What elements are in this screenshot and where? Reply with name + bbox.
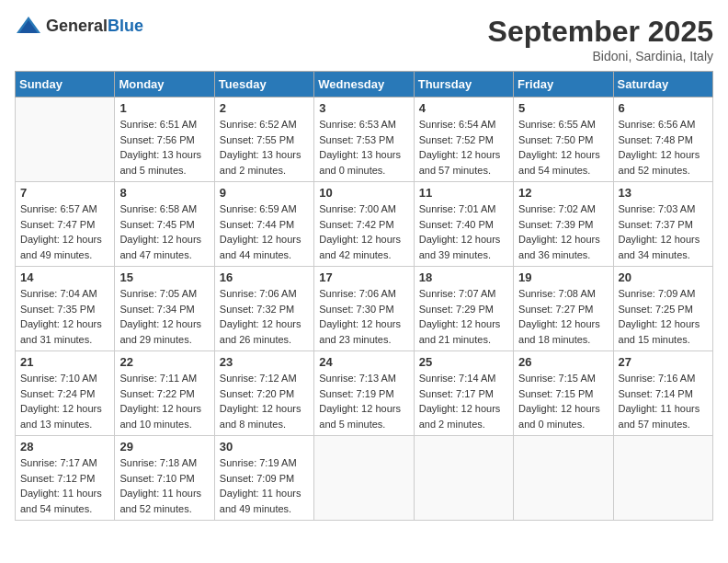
day-cell: 18Sunrise: 7:07 AMSunset: 7:29 PMDayligh…	[414, 267, 513, 351]
header-cell-monday: Monday	[115, 72, 214, 98]
day-info: Sunrise: 6:57 AMSunset: 7:47 PMDaylight:…	[20, 201, 109, 262]
day-info: Sunrise: 7:06 AMSunset: 7:32 PMDaylight:…	[220, 286, 309, 347]
day-info: Sunrise: 7:10 AMSunset: 7:24 PMDaylight:…	[20, 371, 109, 431]
week-row-5: 28Sunrise: 7:17 AMSunset: 7:12 PMDayligh…	[16, 436, 713, 521]
week-row-4: 21Sunrise: 7:10 AMSunset: 7:24 PMDayligh…	[16, 351, 713, 436]
header-cell-friday: Friday	[514, 72, 613, 98]
day-info: Sunrise: 6:56 AMSunset: 7:48 PMDaylight:…	[619, 117, 708, 178]
day-cell: 15Sunrise: 7:05 AMSunset: 7:34 PMDayligh…	[115, 267, 214, 351]
day-cell	[16, 98, 115, 182]
day-number: 7	[20, 186, 109, 200]
title-block: September 2025 Bidoni, Sardinia, Italy	[488, 15, 713, 63]
day-info: Sunrise: 7:16 AMSunset: 7:14 PMDaylight:…	[619, 371, 708, 431]
day-cell: 20Sunrise: 7:09 AMSunset: 7:25 PMDayligh…	[613, 267, 712, 351]
day-cell: 8Sunrise: 6:58 AMSunset: 7:45 PMDaylight…	[115, 182, 214, 267]
day-cell: 14Sunrise: 7:04 AMSunset: 7:35 PMDayligh…	[16, 267, 115, 351]
day-cell: 7Sunrise: 6:57 AMSunset: 7:47 PMDaylight…	[16, 182, 115, 267]
header-cell-tuesday: Tuesday	[214, 72, 313, 98]
day-number: 5	[518, 101, 608, 115]
day-info: Sunrise: 6:52 AMSunset: 7:55 PMDaylight:…	[220, 117, 309, 178]
day-info: Sunrise: 7:18 AMSunset: 7:10 PMDaylight:…	[119, 455, 209, 516]
day-info: Sunrise: 7:17 AMSunset: 7:12 PMDaylight:…	[20, 455, 109, 516]
day-number: 13	[619, 186, 708, 200]
day-number: 30	[220, 440, 309, 454]
header-row: SundayMondayTuesdayWednesdayThursdayFrid…	[16, 72, 713, 98]
day-cell: 22Sunrise: 7:11 AMSunset: 7:22 PMDayligh…	[115, 351, 214, 436]
day-cell: 21Sunrise: 7:10 AMSunset: 7:24 PMDayligh…	[16, 351, 115, 436]
logo-general: General	[46, 17, 108, 35]
week-row-2: 7Sunrise: 6:57 AMSunset: 7:47 PMDaylight…	[16, 182, 713, 267]
day-number: 24	[319, 355, 408, 369]
day-cell: 13Sunrise: 7:03 AMSunset: 7:37 PMDayligh…	[613, 182, 712, 267]
day-info: Sunrise: 7:08 AMSunset: 7:27 PMDaylight:…	[518, 286, 608, 347]
week-row-3: 14Sunrise: 7:04 AMSunset: 7:35 PMDayligh…	[16, 267, 713, 351]
day-cell: 3Sunrise: 6:53 AMSunset: 7:53 PMDaylight…	[314, 98, 414, 182]
day-number: 14	[20, 270, 109, 284]
day-number: 4	[419, 101, 508, 115]
day-number: 9	[220, 186, 309, 200]
day-cell: 9Sunrise: 6:59 AMSunset: 7:44 PMDaylight…	[214, 182, 313, 267]
day-number: 21	[20, 355, 109, 369]
day-info: Sunrise: 7:14 AMSunset: 7:17 PMDaylight:…	[419, 371, 508, 431]
day-number: 19	[518, 270, 608, 284]
day-cell	[613, 436, 712, 521]
location: Bidoni, Sardinia, Italy	[488, 49, 713, 63]
day-number: 23	[220, 355, 309, 369]
week-row-1: 1Sunrise: 6:51 AMSunset: 7:56 PMDaylight…	[16, 98, 713, 182]
day-number: 15	[119, 270, 209, 284]
day-cell: 27Sunrise: 7:16 AMSunset: 7:14 PMDayligh…	[613, 351, 712, 436]
day-number: 27	[619, 355, 708, 369]
day-number: 16	[220, 270, 309, 284]
day-cell	[414, 436, 513, 521]
day-number: 8	[119, 186, 209, 200]
day-number: 22	[119, 355, 209, 369]
day-info: Sunrise: 6:55 AMSunset: 7:50 PMDaylight:…	[518, 117, 608, 178]
day-info: Sunrise: 7:06 AMSunset: 7:30 PMDaylight:…	[319, 286, 408, 347]
day-info: Sunrise: 7:03 AMSunset: 7:37 PMDaylight:…	[619, 201, 708, 262]
header-cell-saturday: Saturday	[613, 72, 712, 98]
day-number: 11	[419, 186, 508, 200]
day-number: 17	[319, 270, 408, 284]
day-cell: 29Sunrise: 7:18 AMSunset: 7:10 PMDayligh…	[115, 436, 214, 521]
day-info: Sunrise: 7:15 AMSunset: 7:15 PMDaylight:…	[518, 371, 608, 431]
day-cell: 12Sunrise: 7:02 AMSunset: 7:39 PMDayligh…	[514, 182, 613, 267]
day-number: 3	[319, 101, 408, 115]
day-info: Sunrise: 7:09 AMSunset: 7:25 PMDaylight:…	[619, 286, 708, 347]
header-cell-wednesday: Wednesday	[314, 72, 414, 98]
day-cell: 25Sunrise: 7:14 AMSunset: 7:17 PMDayligh…	[414, 351, 513, 436]
day-info: Sunrise: 7:07 AMSunset: 7:29 PMDaylight:…	[419, 286, 508, 347]
header-cell-sunday: Sunday	[16, 72, 115, 98]
logo-text: GeneralBlue	[46, 17, 143, 36]
day-cell: 2Sunrise: 6:52 AMSunset: 7:55 PMDaylight…	[214, 98, 313, 182]
month-title: September 2025	[488, 15, 713, 49]
day-info: Sunrise: 7:05 AMSunset: 7:34 PMDaylight:…	[119, 286, 209, 347]
day-cell: 19Sunrise: 7:08 AMSunset: 7:27 PMDayligh…	[514, 267, 613, 351]
day-info: Sunrise: 7:12 AMSunset: 7:20 PMDaylight:…	[220, 371, 309, 431]
day-number: 25	[419, 355, 508, 369]
day-number: 1	[119, 101, 209, 115]
day-cell: 10Sunrise: 7:00 AMSunset: 7:42 PMDayligh…	[314, 182, 414, 267]
header-cell-thursday: Thursday	[414, 72, 513, 98]
day-number: 12	[518, 186, 608, 200]
day-cell: 17Sunrise: 7:06 AMSunset: 7:30 PMDayligh…	[314, 267, 414, 351]
day-number: 29	[119, 440, 209, 454]
day-info: Sunrise: 7:02 AMSunset: 7:39 PMDaylight:…	[518, 201, 608, 262]
day-info: Sunrise: 7:13 AMSunset: 7:19 PMDaylight:…	[319, 371, 408, 431]
day-info: Sunrise: 6:51 AMSunset: 7:56 PMDaylight:…	[119, 117, 209, 178]
calendar-table: SundayMondayTuesdayWednesdayThursdayFrid…	[15, 71, 713, 521]
day-info: Sunrise: 7:11 AMSunset: 7:22 PMDaylight:…	[119, 371, 209, 431]
day-info: Sunrise: 7:19 AMSunset: 7:09 PMDaylight:…	[220, 455, 309, 516]
day-info: Sunrise: 6:53 AMSunset: 7:53 PMDaylight:…	[319, 117, 408, 178]
day-info: Sunrise: 6:54 AMSunset: 7:52 PMDaylight:…	[419, 117, 508, 178]
day-cell: 11Sunrise: 7:01 AMSunset: 7:40 PMDayligh…	[414, 182, 513, 267]
day-cell: 5Sunrise: 6:55 AMSunset: 7:50 PMDaylight…	[514, 98, 613, 182]
day-cell: 30Sunrise: 7:19 AMSunset: 7:09 PMDayligh…	[214, 436, 313, 521]
day-number: 6	[619, 101, 708, 115]
day-number: 18	[419, 270, 508, 284]
day-cell	[514, 436, 613, 521]
day-cell: 6Sunrise: 6:56 AMSunset: 7:48 PMDaylight…	[613, 98, 712, 182]
day-cell: 16Sunrise: 7:06 AMSunset: 7:32 PMDayligh…	[214, 267, 313, 351]
day-cell: 23Sunrise: 7:12 AMSunset: 7:20 PMDayligh…	[214, 351, 313, 436]
day-number: 28	[20, 440, 109, 454]
day-info: Sunrise: 7:01 AMSunset: 7:40 PMDaylight:…	[419, 201, 508, 262]
